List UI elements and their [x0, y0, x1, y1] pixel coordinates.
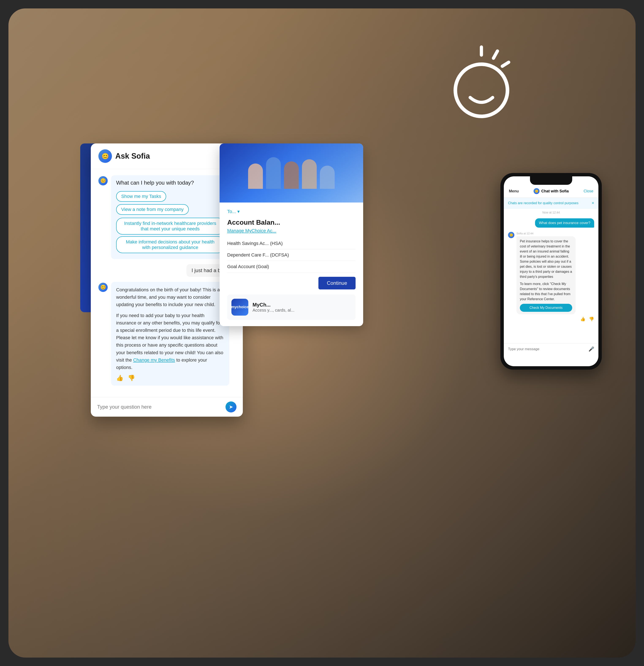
phone-close-button[interactable]: Close	[583, 189, 593, 193]
account-item-goal: Goal Account (Goal)	[227, 261, 356, 273]
phone-frame: Menu 😊 Chat with Sofia Close Chats are r…	[501, 173, 602, 370]
phone-mic-icon[interactable]: 🎤	[589, 346, 594, 352]
account-balance-title: Account Balan...	[227, 218, 356, 226]
bot-response-p1: Congratulations on the birth of your bab…	[116, 286, 224, 309]
phone-input-field[interactable]	[508, 347, 586, 351]
mychoice-name: MyCh...	[253, 302, 294, 308]
phone-time-label: Now at 12:44	[504, 209, 598, 216]
phone-user-message-row: What does pet insurance cover?	[504, 216, 598, 230]
chat-input-row: ➤	[91, 397, 243, 417]
mychoice-desc: Access y..., cards, al...	[253, 308, 294, 313]
feedback-row: 👍 👎	[116, 374, 224, 381]
sofia-avatar-icon: 😊	[98, 150, 112, 163]
phone-bot-message-row: 😊 Sofia at 12:44 Pet insurance helps to …	[504, 230, 598, 316]
mychoice-info: MyCh... Access y..., cards, al...	[253, 302, 294, 313]
phone-bot-response-p2: To learn more, click "Check My Documents…	[520, 281, 572, 302]
bot-response-p2: If you need to add your baby to your hea…	[116, 312, 224, 371]
bot-avatar-icon: 😊	[98, 176, 108, 186]
svg-line-2	[502, 62, 509, 66]
account-item-dcfsa: Dependent Care F... (DCFSA)	[227, 249, 356, 261]
suggestion-tasks-button[interactable]: Show me my Tasks	[116, 191, 166, 202]
phone-bot-time: Sofia at 12:44	[516, 232, 576, 235]
change-benefits-link[interactable]: Change my Benefits	[133, 357, 175, 363]
bot-response-avatar-icon: 😊	[98, 283, 108, 292]
goal-name: Goal Account (Goal)	[227, 264, 269, 269]
sofia-logo	[441, 42, 522, 122]
phone-thumbs-up-button[interactable]: 👍	[580, 316, 586, 321]
bot-response-row: 😊 Congratulations on the birth of your b…	[98, 282, 235, 386]
bot-question-bubble: What can I help you with today? Show me …	[111, 175, 229, 259]
phone-alert-text: Chats are recorded for quality control p…	[508, 201, 578, 205]
thumbs-down-button[interactable]: 👎	[128, 374, 135, 381]
svg-point-3	[455, 64, 508, 117]
phone-bot-bubble: Pet insurance helps to cover the cost of…	[516, 236, 576, 314]
phone-bot-avatar-icon: 😊	[508, 232, 514, 238]
phone-thumbs-down-button[interactable]: 👎	[589, 316, 594, 321]
suggestion-decisions-button[interactable]: Make informed decisions about your healt…	[116, 236, 224, 253]
bot-response-bubble: Congratulations on the birth of your bab…	[111, 282, 229, 386]
bot-question-row: 😊 What can I help you with today? Show m…	[98, 175, 235, 259]
mychoice-logo: my choice	[232, 299, 248, 316]
bot-question-text: What can I help you with today?	[116, 179, 224, 186]
phone-alert-bar: Chats are recorded for quality control p…	[504, 198, 598, 209]
phone-bot-response-p1: Pet insurance helps to cover the cost of…	[520, 239, 572, 279]
continue-button[interactable]: Continue	[318, 277, 356, 290]
portal-content: To... ▾ Account Balan... Manage MyChoice…	[220, 203, 363, 326]
portal-panel: To... ▾ Account Balan... Manage MyChoice…	[220, 143, 363, 326]
chat-send-button[interactable]: ➤	[225, 401, 237, 413]
portal-hero-image	[220, 143, 363, 203]
chat-header-left: 😊 Ask Sofia	[98, 150, 150, 163]
phone-bot-content: Sofia at 12:44 Pet insurance helps to co…	[516, 232, 576, 314]
mychoice-card: my choice MyCh... Access y..., cards, al…	[227, 295, 356, 320]
phone-notch	[530, 176, 572, 185]
portal-nav[interactable]: To... ▾	[227, 209, 356, 214]
phone-screen: Menu 😊 Chat with Sofia Close Chats are r…	[504, 176, 598, 366]
suggestion-note-button[interactable]: View a note from my company	[116, 204, 189, 215]
manage-account-link[interactable]: Manage MyChoice Ac...	[227, 228, 356, 233]
phone-menu-button[interactable]: Menu	[509, 189, 519, 193]
user-message-row: I just had a baby!	[98, 264, 235, 277]
svg-line-1	[493, 51, 497, 58]
check-my-documents-button[interactable]: Check My Documents	[520, 304, 572, 312]
phone-input-row: 🎤	[504, 343, 598, 355]
phone-user-bubble: What does pet insurance cover?	[535, 218, 594, 228]
phone-sofia-icon: 😊	[533, 188, 540, 194]
phone-alert-close-button[interactable]: ×	[592, 200, 594, 206]
dcfsa-name: Dependent Care F... (DCFSA)	[227, 252, 289, 258]
chat-input-field[interactable]	[97, 404, 222, 410]
phone-header: Menu 😊 Chat with Sofia Close	[504, 185, 598, 198]
phone-chat-title-text: Chat with Sofia	[541, 189, 569, 193]
phone-feedback-row: 👍 👎	[504, 316, 598, 321]
chat-widget-title: Ask Sofia	[115, 152, 150, 160]
account-item-hsa: Health Savings Ac... (HSA)	[227, 238, 356, 249]
portal-hero-people	[220, 143, 363, 203]
thumbs-up-button[interactable]: 👍	[116, 374, 123, 381]
hsa-name: Health Savings Ac... (HSA)	[227, 241, 283, 246]
suggestion-providers-button[interactable]: Instantly find in-network healthcare pro…	[116, 218, 224, 234]
phone-container: Menu 😊 Chat with Sofia Close Chats are r…	[501, 173, 602, 370]
phone-chat-title: 😊 Chat with Sofia	[533, 188, 569, 194]
